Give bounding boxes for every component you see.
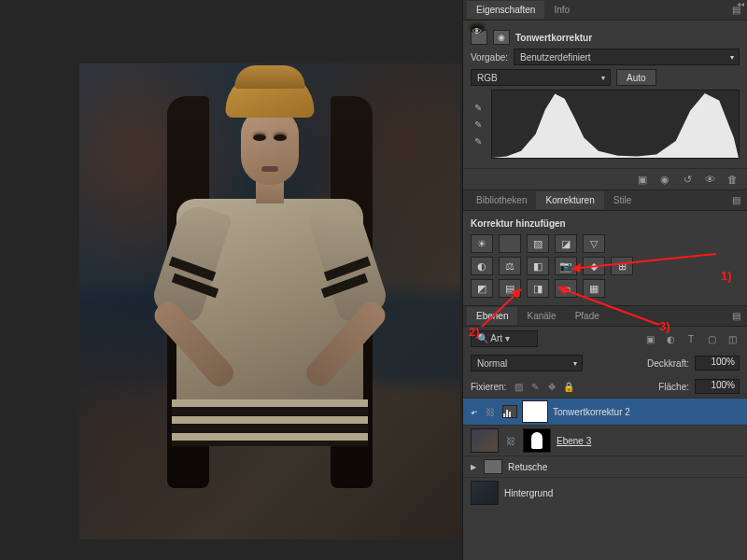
corrections-panel: Korrektur hinzufügen ☀ ▨ ◪ ▽ ◐ ⚖ ◧ 📷 ◆ ⊞…	[463, 211, 747, 305]
tab-pfade[interactable]: Pfade	[566, 307, 609, 325]
tab-korrekturen[interactable]: Korrekturen	[536, 191, 603, 209]
adj-curves-icon[interactable]: ▨	[527, 234, 549, 253]
adj-bw-icon[interactable]: ◧	[527, 257, 549, 275]
tab-ebenen[interactable]: Ebenen	[467, 307, 517, 325]
adj-colorbalance-icon[interactable]: ⚖	[499, 257, 521, 275]
layer-thumb[interactable]	[471, 428, 499, 453]
properties-footer: ▣ ◉ ↺ 👁 🗑	[463, 168, 747, 189]
tab-kanaele[interactable]: Kanäle	[517, 307, 565, 325]
adjustment-title: Tonwertkorrektur	[515, 33, 592, 43]
layer-mask-thumb[interactable]	[523, 428, 551, 453]
properties-tabs: Eigenschaften Info ▤	[463, 0, 747, 21]
layer-thumb[interactable]	[471, 481, 499, 505]
filter-smart-icon[interactable]: ◫	[725, 332, 740, 345]
lock-pixels-icon[interactable]: ✎	[529, 380, 542, 393]
preset-label: Vorgabe:	[471, 52, 508, 63]
lock-label: Fixieren:	[471, 382, 506, 392]
lock-position-icon[interactable]: ✥	[545, 380, 558, 393]
adj-channelmixer-icon[interactable]: ◆	[583, 257, 605, 275]
corrections-tabs: Bibliotheken Korrekturen Stile ▤	[463, 190, 747, 211]
layer-name[interactable]: Tonwertkorrektur 2	[553, 407, 630, 417]
corrections-heading: Korrektur hinzufügen	[471, 217, 740, 232]
panel-menu-icon[interactable]: ▤	[732, 311, 747, 321]
filter-adjust-icon[interactable]: ◐	[663, 332, 678, 345]
collapse-icon[interactable]: ◂◂	[734, 0, 747, 9]
layers-lock-row: Fixieren: ▨ ✎ ✥ 🔒 Fläche: 100%	[463, 375, 747, 398]
tab-info[interactable]: Info	[544, 1, 579, 19]
opacity-input[interactable]: 100%	[695, 356, 740, 371]
adj-gradientmap-icon[interactable]: ▭	[555, 279, 577, 298]
link-icon[interactable]: ⛓	[504, 434, 517, 447]
properties-panel: ◉ Tonwertkorrektur Vorgabe: Benutzerdefi…	[463, 21, 747, 168]
opacity-label: Deckkraft:	[647, 358, 689, 369]
layer-name[interactable]: Hintergrund	[504, 488, 553, 498]
svg-marker-0	[492, 93, 739, 158]
adj-selectivecolor-icon[interactable]: ▦	[583, 279, 605, 298]
view-previous-icon[interactable]: ◉	[657, 173, 672, 186]
visibility-icon[interactable]: 👁	[702, 173, 717, 186]
layer-filter-select[interactable]: 🔍 Art ▾	[471, 330, 538, 347]
folder-toggle-icon[interactable]: ▶	[471, 463, 476, 471]
trash-icon[interactable]: 🗑	[725, 173, 740, 186]
eyedropper-black-icon[interactable]: ✎	[471, 101, 486, 114]
layer-mask-thumb[interactable]	[523, 401, 547, 422]
eyedropper-gray-icon[interactable]: ✎	[471, 118, 486, 131]
tab-eigenschaften[interactable]: Eigenschaften	[467, 1, 544, 19]
adj-posterize-icon[interactable]: ▤	[499, 279, 521, 298]
adj-photofilter-icon[interactable]: 📷	[555, 257, 577, 275]
layer-row-ebene3[interactable]: 👁 ⛓ Ebene 3	[463, 425, 747, 455]
adj-colorlookup-icon[interactable]: ⊞	[611, 257, 633, 275]
layer-row-hintergrund[interactable]: 👁 Hintergrund	[463, 477, 747, 508]
eyedropper-white-icon[interactable]: ✎	[471, 134, 486, 147]
preset-select[interactable]: Benutzerdefiniert	[514, 49, 740, 65]
layer-row-retusche[interactable]: 👁 ▶ Retusche	[463, 455, 747, 477]
layer-row-tonwertkorrektur[interactable]: 👁 ⬐ ⛓ Tonwertkorrektur 2	[463, 398, 747, 425]
tab-bibliotheken[interactable]: Bibliotheken	[467, 191, 536, 209]
folder-icon	[484, 459, 502, 474]
adj-levels-icon[interactable]	[499, 234, 521, 253]
adj-threshold-icon[interactable]: ◨	[527, 279, 549, 298]
visibility-toggle-icon[interactable]: 👁	[471, 26, 484, 33]
fill-label: Fläche:	[658, 382, 689, 392]
histogram[interactable]	[491, 90, 740, 159]
adj-exposure-icon[interactable]: ◪	[555, 234, 577, 253]
clip-icon[interactable]: ▣	[635, 173, 650, 186]
lock-transparent-icon[interactable]: ▨	[512, 380, 525, 393]
filter-type-icon[interactable]: T	[684, 332, 698, 345]
layers-tabs: Ebenen Kanäle Pfade ▤	[463, 306, 747, 327]
mask-icon[interactable]: ◉	[493, 30, 510, 45]
filter-shape-icon[interactable]: ▢	[704, 332, 719, 345]
layer-name[interactable]: Ebene 3	[557, 436, 591, 446]
tab-stile[interactable]: Stile	[604, 191, 641, 209]
adj-hue-icon[interactable]: ◐	[471, 257, 493, 275]
document-canvas[interactable]	[79, 63, 460, 539]
blend-mode-select[interactable]: Normal	[471, 355, 583, 371]
adj-invert-icon[interactable]: ◩	[471, 279, 493, 298]
layers-filter-row: 🔍 Art ▾ ▣ ◐ T ▢ ◫	[463, 327, 747, 351]
right-panels: ◂◂ Eigenschaften Info ▤ ◉ Tonwertkorrekt…	[462, 0, 747, 560]
layer-name[interactable]: Retusche	[508, 462, 547, 472]
channel-select[interactable]: RGB	[471, 69, 611, 86]
adj-vibrance-icon[interactable]: ▽	[583, 234, 605, 253]
layers-blend-row: Normal Deckkraft: 100%	[463, 351, 747, 375]
lock-all-icon[interactable]: 🔒	[562, 380, 575, 393]
subject-figure	[111, 63, 429, 539]
fill-input[interactable]: 100%	[695, 379, 740, 394]
panel-menu-icon[interactable]: ▤	[732, 195, 747, 205]
link-icon[interactable]: ⛓	[484, 405, 497, 418]
adjustment-thumb-icon	[502, 405, 517, 418]
reset-icon[interactable]: ↺	[680, 173, 695, 186]
auto-button[interactable]: Auto	[616, 69, 656, 86]
adj-brightness-icon[interactable]: ☀	[471, 234, 493, 253]
filter-pixel-icon[interactable]: ▣	[642, 332, 657, 345]
